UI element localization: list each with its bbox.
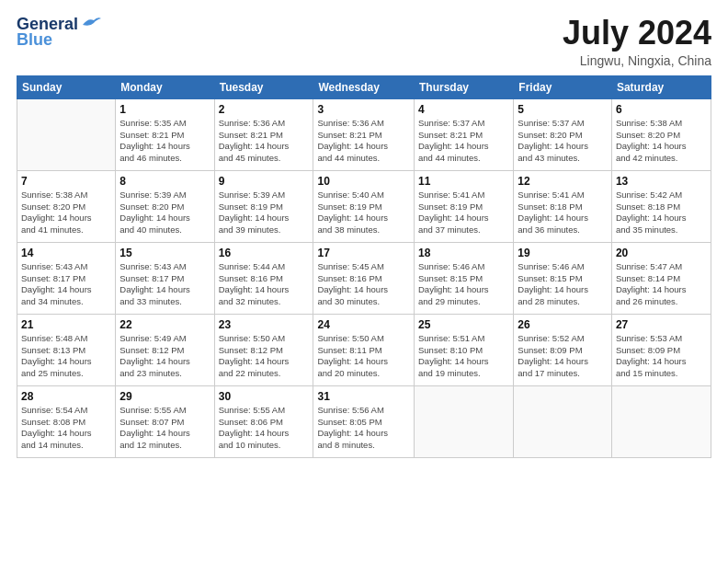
day-info: Sunrise: 5:38 AM Sunset: 8:20 PM Dayligh… [616,118,707,165]
calendar-cell: 28Sunrise: 5:54 AM Sunset: 8:08 PM Dayli… [17,385,116,457]
logo-bird-icon [81,16,101,30]
day-info: Sunrise: 5:43 AM Sunset: 8:17 PM Dayligh… [21,261,111,308]
calendar-cell: 3Sunrise: 5:36 AM Sunset: 8:21 PM Daylig… [313,98,415,170]
calendar-cell: 23Sunrise: 5:50 AM Sunset: 8:12 PM Dayli… [214,314,313,385]
calendar-cell: 21Sunrise: 5:48 AM Sunset: 8:13 PM Dayli… [17,314,116,385]
day-number: 22 [119,317,210,332]
calendar-cell: 31Sunrise: 5:56 AM Sunset: 8:05 PM Dayli… [313,385,415,457]
calendar-header: SundayMondayTuesdayWednesdayThursdayFrid… [17,75,711,98]
day-number: 2 [219,102,310,117]
day-info: Sunrise: 5:47 AM Sunset: 8:14 PM Dayligh… [616,261,707,308]
day-info: Sunrise: 5:50 AM Sunset: 8:12 PM Dayligh… [219,333,310,380]
day-number: 3 [317,102,410,117]
day-number: 24 [317,317,410,332]
calendar-cell: 22Sunrise: 5:49 AM Sunset: 8:12 PM Dayli… [116,314,214,385]
calendar-cell: 1Sunrise: 5:35 AM Sunset: 8:21 PM Daylig… [116,98,214,170]
calendar-cell: 26Sunrise: 5:52 AM Sunset: 8:09 PM Dayli… [514,314,612,385]
day-number: 12 [518,174,608,189]
calendar-cell: 12Sunrise: 5:41 AM Sunset: 8:18 PM Dayli… [514,170,612,242]
calendar-week-3: 14Sunrise: 5:43 AM Sunset: 8:17 PM Dayli… [17,242,711,314]
day-number: 31 [317,389,410,404]
calendar-cell: 18Sunrise: 5:46 AM Sunset: 8:15 PM Dayli… [415,242,514,314]
day-number: 8 [119,174,210,189]
day-number: 19 [518,246,608,260]
day-number: 1 [119,102,210,117]
day-header-sunday: Sunday [17,75,116,98]
day-info: Sunrise: 5:42 AM Sunset: 8:18 PM Dayligh… [616,190,707,236]
day-number: 18 [418,246,509,260]
calendar-cell [611,385,711,457]
calendar-cell [415,385,514,457]
calendar-cell: 13Sunrise: 5:42 AM Sunset: 8:18 PM Dayli… [611,170,711,242]
day-info: Sunrise: 5:48 AM Sunset: 8:13 PM Dayligh… [21,333,111,380]
calendar-cell: 24Sunrise: 5:50 AM Sunset: 8:11 PM Dayli… [313,314,415,385]
day-info: Sunrise: 5:50 AM Sunset: 8:11 PM Dayligh… [317,333,410,380]
day-info: Sunrise: 5:54 AM Sunset: 8:08 PM Dayligh… [21,405,111,452]
calendar-week-5: 28Sunrise: 5:54 AM Sunset: 8:08 PM Dayli… [17,385,711,457]
calendar-cell: 14Sunrise: 5:43 AM Sunset: 8:17 PM Dayli… [17,242,116,314]
calendar-cell: 19Sunrise: 5:46 AM Sunset: 8:15 PM Dayli… [514,242,612,314]
day-number: 26 [518,317,608,332]
calendar-cell: 9Sunrise: 5:39 AM Sunset: 8:19 PM Daylig… [214,170,313,242]
calendar-cell: 30Sunrise: 5:55 AM Sunset: 8:06 PM Dayli… [214,385,313,457]
day-number: 5 [518,102,608,117]
day-number: 27 [616,317,707,332]
day-info: Sunrise: 5:53 AM Sunset: 8:09 PM Dayligh… [616,333,707,380]
month-title: July 2024 [563,15,711,52]
calendar-cell: 4Sunrise: 5:37 AM Sunset: 8:21 PM Daylig… [415,98,514,170]
day-number: 30 [219,389,310,404]
day-number: 6 [616,102,707,117]
day-info: Sunrise: 5:55 AM Sunset: 8:06 PM Dayligh… [219,405,310,452]
calendar-cell: 15Sunrise: 5:43 AM Sunset: 8:17 PM Dayli… [116,242,214,314]
day-number: 14 [21,246,111,260]
day-number: 28 [21,389,111,404]
day-number: 15 [119,246,210,260]
day-number: 21 [21,317,111,332]
day-number: 17 [317,246,410,260]
calendar-cell: 8Sunrise: 5:39 AM Sunset: 8:20 PM Daylig… [116,170,214,242]
page-header: General Blue July 2024 Lingwu, Ningxia, … [17,15,711,68]
location-text: Lingwu, Ningxia, China [563,53,711,68]
day-info: Sunrise: 5:38 AM Sunset: 8:20 PM Dayligh… [21,190,111,236]
calendar-cell: 17Sunrise: 5:45 AM Sunset: 8:16 PM Dayli… [313,242,415,314]
day-number: 4 [418,102,509,117]
day-info: Sunrise: 5:36 AM Sunset: 8:21 PM Dayligh… [317,118,410,165]
calendar-cell: 25Sunrise: 5:51 AM Sunset: 8:10 PM Dayli… [415,314,514,385]
header-row: SundayMondayTuesdayWednesdayThursdayFrid… [17,75,711,98]
calendar-cell: 27Sunrise: 5:53 AM Sunset: 8:09 PM Dayli… [611,314,711,385]
day-number: 23 [219,317,310,332]
day-info: Sunrise: 5:37 AM Sunset: 8:20 PM Dayligh… [518,118,608,165]
day-header-tuesday: Tuesday [214,75,313,98]
day-info: Sunrise: 5:45 AM Sunset: 8:16 PM Dayligh… [317,261,410,308]
day-info: Sunrise: 5:41 AM Sunset: 8:18 PM Dayligh… [518,190,608,236]
calendar-week-2: 7Sunrise: 5:38 AM Sunset: 8:20 PM Daylig… [17,170,711,242]
day-number: 7 [21,174,111,189]
day-number: 20 [616,246,707,260]
calendar-cell: 16Sunrise: 5:44 AM Sunset: 8:16 PM Dayli… [214,242,313,314]
day-number: 25 [418,317,509,332]
calendar-cell: 5Sunrise: 5:37 AM Sunset: 8:20 PM Daylig… [514,98,612,170]
day-header-wednesday: Wednesday [313,75,415,98]
calendar-cell: 20Sunrise: 5:47 AM Sunset: 8:14 PM Dayli… [611,242,711,314]
calendar-page: General Blue July 2024 Lingwu, Ningxia, … [0,0,728,563]
day-info: Sunrise: 5:37 AM Sunset: 8:21 PM Dayligh… [418,118,509,165]
logo-blue-text: Blue [17,30,52,50]
calendar-cell: 7Sunrise: 5:38 AM Sunset: 8:20 PM Daylig… [17,170,116,242]
calendar-cell [17,98,116,170]
day-info: Sunrise: 5:56 AM Sunset: 8:05 PM Dayligh… [317,405,410,452]
calendar-week-4: 21Sunrise: 5:48 AM Sunset: 8:13 PM Dayli… [17,314,711,385]
day-info: Sunrise: 5:43 AM Sunset: 8:17 PM Dayligh… [119,261,210,308]
calendar-cell: 29Sunrise: 5:55 AM Sunset: 8:07 PM Dayli… [116,385,214,457]
day-info: Sunrise: 5:55 AM Sunset: 8:07 PM Dayligh… [119,405,210,452]
day-info: Sunrise: 5:41 AM Sunset: 8:19 PM Dayligh… [418,190,509,236]
calendar-cell: 10Sunrise: 5:40 AM Sunset: 8:19 PM Dayli… [313,170,415,242]
calendar-cell: 2Sunrise: 5:36 AM Sunset: 8:21 PM Daylig… [214,98,313,170]
day-info: Sunrise: 5:46 AM Sunset: 8:15 PM Dayligh… [518,261,608,308]
calendar-cell [514,385,612,457]
day-number: 29 [119,389,210,404]
day-header-monday: Monday [116,75,214,98]
day-info: Sunrise: 5:35 AM Sunset: 8:21 PM Dayligh… [119,118,210,165]
day-info: Sunrise: 5:49 AM Sunset: 8:12 PM Dayligh… [119,333,210,380]
day-info: Sunrise: 5:36 AM Sunset: 8:21 PM Dayligh… [219,118,310,165]
calendar-table: SundayMondayTuesdayWednesdayThursdayFrid… [17,75,711,458]
